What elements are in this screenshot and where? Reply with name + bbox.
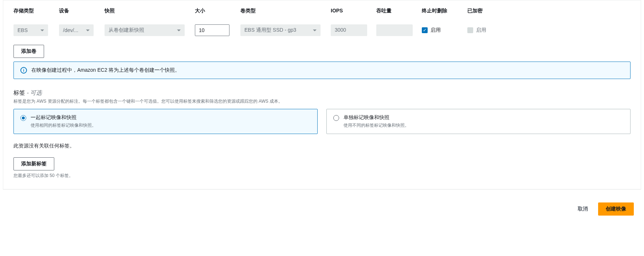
delete-on-termination-checkbox[interactable]: ✓ 启用 xyxy=(422,27,464,34)
tags-section: 标签 - 可选 标签是您为 AWS 资源分配的标注。每一个标签都包含一个键和一个… xyxy=(13,89,631,179)
checkbox-checked-icon: ✓ xyxy=(422,27,428,33)
tags-title: 标签 xyxy=(13,90,25,96)
caret-down-icon xyxy=(177,29,181,31)
checkmark-icon: ✓ xyxy=(423,28,427,32)
snapshot-value: 从卷创建新快照 xyxy=(109,27,144,34)
checkbox-disabled-icon xyxy=(467,27,473,33)
radio-selected-icon xyxy=(20,115,26,121)
radio-separate-title: 单独标记映像和快照 xyxy=(343,114,409,121)
create-image-button[interactable]: 创建映像 xyxy=(598,202,634,216)
tags-description: 标签是您为 AWS 资源分配的标注。每一个标签都包含一个键和一个可选值。您可以使… xyxy=(13,98,631,105)
tags-optional: - 可选 xyxy=(27,90,42,96)
cancel-button[interactable]: 取消 xyxy=(573,203,592,215)
col-iops: IOPS xyxy=(331,8,376,14)
caret-down-icon xyxy=(86,29,90,31)
volume-type-value: EBS 通用型 SSD - gp3 xyxy=(244,27,296,34)
tag-mode-radio-group: 一起标记映像和快照 使用相同的标签标记映像和快照。 单独标记映像和快照 使用不同… xyxy=(13,109,631,134)
radio-together-desc: 使用相同的标签标记映像和快照。 xyxy=(31,122,96,129)
radio-together-title: 一起标记映像和快照 xyxy=(31,114,96,121)
encrypted-checkbox: 启用 xyxy=(467,27,509,34)
snapshot-select: 从卷创建新快照 xyxy=(105,24,185,36)
volumes-panel: 存储类型 设备 快照 大小 卷类型 IOPS 吞吐量 终止时删除 已加密 EBS… xyxy=(3,0,641,189)
col-delete-on-termination: 终止时删除 xyxy=(422,8,467,14)
throughput-input xyxy=(376,24,413,36)
col-volume-type: 卷类型 xyxy=(240,8,331,14)
footer-actions: 取消 创建映像 xyxy=(0,197,644,223)
col-device: 设备 xyxy=(59,8,105,14)
iops-value: 3000 xyxy=(335,27,346,33)
tag-limit-message: 您最多还可以添加 50 个标签。 xyxy=(13,173,631,179)
radio-unselected-icon xyxy=(333,115,339,121)
add-volume-button[interactable]: 添加卷 xyxy=(13,45,44,58)
col-throughput: 吞吐量 xyxy=(376,8,422,14)
storage-type-value: EBS xyxy=(17,27,28,33)
device-value: /dev/... xyxy=(63,27,78,33)
encrypted-label: 启用 xyxy=(476,27,486,34)
volume-type-select: EBS 通用型 SSD - gp3 xyxy=(240,24,321,36)
info-alert: i 在映像创建过程中，Amazon EC2 将为上述每个卷创建一个快照。 xyxy=(13,62,631,79)
storage-type-select: EBS xyxy=(13,24,48,36)
caret-down-icon xyxy=(40,29,44,31)
volume-row: EBS /dev/... 从卷创建新快照 EBS 通用型 SSD - gp3 xyxy=(13,24,631,36)
delete-on-termination-label: 启用 xyxy=(431,27,441,34)
device-select: /dev/... xyxy=(59,24,94,36)
caret-down-icon xyxy=(313,29,317,31)
iops-input: 3000 xyxy=(331,24,367,36)
col-size: 大小 xyxy=(195,8,240,14)
col-storage-type: 存储类型 xyxy=(13,8,59,14)
volumes-table-header: 存储类型 设备 快照 大小 卷类型 IOPS 吞吐量 终止时删除 已加密 xyxy=(13,8,631,14)
radio-tag-separate[interactable]: 单独标记映像和快照 使用不同的标签标记映像和快照。 xyxy=(326,109,631,134)
radio-separate-desc: 使用不同的标签标记映像和快照。 xyxy=(343,122,409,129)
info-message: 在映像创建过程中，Amazon EC2 将为上述每个卷创建一个快照。 xyxy=(31,67,180,74)
col-encrypted: 已加密 xyxy=(467,8,513,14)
radio-tag-together[interactable]: 一起标记映像和快照 使用相同的标签标记映像和快照。 xyxy=(13,109,318,134)
size-input[interactable] xyxy=(195,24,229,36)
add-tag-button[interactable]: 添加新标签 xyxy=(13,157,54,170)
no-tags-message: 此资源没有关联任何标签。 xyxy=(13,143,631,149)
info-icon: i xyxy=(20,67,27,74)
col-snapshot: 快照 xyxy=(105,8,195,14)
tags-title-row: 标签 - 可选 xyxy=(13,89,631,97)
